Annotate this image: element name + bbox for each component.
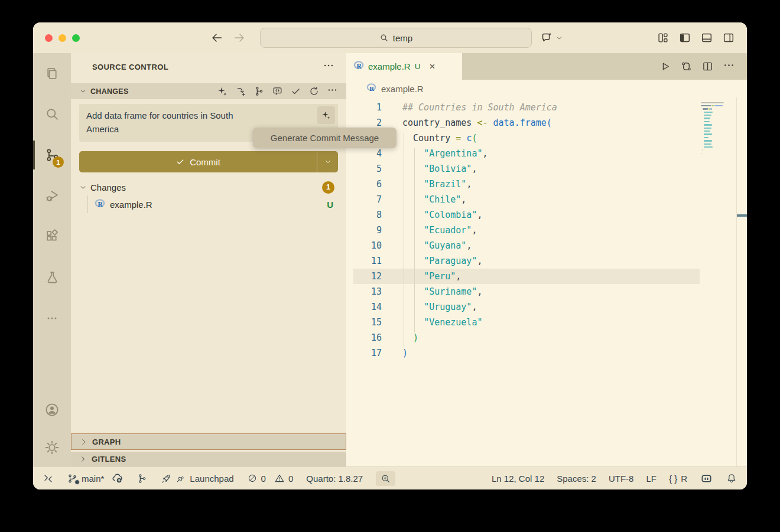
- changed-file-row[interactable]: R example.R U: [71, 195, 346, 213]
- code-line[interactable]: 8 "Colombia",: [346, 207, 747, 223]
- code-line[interactable]: 2country_names <- data.frame(: [346, 115, 747, 130]
- publish-cloud-icon: [111, 472, 124, 485]
- code-token: [402, 210, 424, 220]
- zoom-status[interactable]: [376, 471, 395, 486]
- code-line[interactable]: 15 "Venezuela": [346, 315, 747, 330]
- close-window-button[interactable]: [45, 34, 53, 42]
- stash-plus-icon[interactable]: [235, 86, 246, 97]
- tab-example-r[interactable]: R example.R U ×: [346, 53, 462, 80]
- code-line[interactable]: 16 ): [346, 330, 747, 345]
- commit-graph-icon[interactable]: [254, 86, 265, 97]
- toggle-panel-icon[interactable]: [700, 31, 713, 44]
- breadcrumb-file: example.R: [381, 84, 424, 94]
- changes-count-badge: 1: [322, 181, 334, 194]
- code-line[interactable]: 4 "Argentina",: [346, 146, 747, 161]
- explorer-icon[interactable]: [33, 53, 71, 94]
- notifications-bell-icon[interactable]: [726, 472, 737, 484]
- customize-layout-icon[interactable]: [656, 31, 670, 44]
- graph-status[interactable]: [136, 473, 148, 484]
- code-editor[interactable]: 1## Countries in South America2country_n…: [346, 97, 747, 466]
- code-token: [402, 332, 413, 343]
- code-line[interactable]: 1## Countries in South America: [346, 100, 747, 115]
- line-number: 5: [346, 161, 382, 177]
- code-token: "Guyana": [424, 240, 466, 251]
- svg-text:R: R: [98, 201, 103, 208]
- code-token: [402, 256, 424, 266]
- gitlens-panel-header[interactable]: GITLENS: [71, 452, 346, 466]
- code-token: country_names: [402, 118, 472, 128]
- breadcrumb[interactable]: R example.R: [346, 80, 747, 97]
- minimap[interactable]: [701, 101, 734, 155]
- code-line[interactable]: 13 "Suriname",: [346, 284, 747, 299]
- settings-gear-icon[interactable]: [33, 429, 71, 466]
- svg-text:R: R: [369, 85, 374, 92]
- graph-panel-header[interactable]: GRAPH: [71, 433, 346, 450]
- code-token: "Ecuador": [424, 225, 472, 236]
- zoom-window-button[interactable]: [72, 34, 80, 42]
- changes-tree-header[interactable]: Changes 1: [71, 179, 346, 195]
- code-line[interactable]: 11 "Paraguay",: [346, 253, 747, 269]
- problems-status[interactable]: 0 0: [247, 473, 294, 484]
- code-line[interactable]: 7 "Chile",: [346, 192, 747, 207]
- more-views-icon[interactable]: [33, 298, 71, 338]
- git-status-letter: U: [327, 200, 333, 210]
- chat-icon[interactable]: [540, 31, 553, 44]
- compare-changes-icon[interactable]: [680, 60, 693, 73]
- commit-dropdown-button[interactable]: [317, 151, 338, 172]
- forward-icon[interactable]: [233, 31, 246, 44]
- code-line[interactable]: 3 Country = c(: [346, 130, 747, 146]
- toggle-primary-sidebar-icon[interactable]: [678, 31, 691, 44]
- run-file-icon[interactable]: [659, 60, 671, 73]
- overview-ruler[interactable]: [736, 97, 747, 466]
- quarto-status[interactable]: Quarto: 1.8.27: [306, 474, 363, 484]
- code-line[interactable]: 6 "Brazil",: [346, 177, 747, 192]
- line-number: 1: [346, 100, 382, 115]
- code-line[interactable]: 17): [346, 345, 747, 361]
- toggle-secondary-sidebar-icon[interactable]: [722, 31, 735, 44]
- remote-indicator[interactable]: [43, 473, 54, 484]
- extensions-icon[interactable]: [33, 216, 71, 257]
- svg-text:R: R: [356, 63, 362, 70]
- refresh-icon[interactable]: [308, 86, 320, 97]
- branch-status[interactable]: main*: [67, 472, 124, 485]
- testing-icon[interactable]: [33, 257, 71, 298]
- encoding-status[interactable]: UTF-8: [609, 474, 634, 484]
- code-line[interactable]: 5 "Bolivia",: [346, 161, 747, 177]
- tooltip: Generate Commit Message: [253, 128, 396, 148]
- sidebar-more-actions-icon[interactable]: [323, 60, 334, 74]
- account-icon[interactable]: [33, 391, 71, 429]
- commit-comment-icon[interactable]: [272, 86, 283, 97]
- commit-check-icon[interactable]: [290, 86, 301, 97]
- split-editor-icon[interactable]: [701, 60, 714, 73]
- code-token: "Argentina": [424, 148, 482, 159]
- source-control-badge: 1: [53, 156, 64, 168]
- launchpad-status[interactable]: Launchpad: [161, 473, 233, 484]
- editor-more-icon[interactable]: [723, 59, 735, 74]
- language-mode[interactable]: { } R: [669, 474, 687, 484]
- code-token: "Peru": [424, 271, 456, 282]
- line-number: 7: [346, 192, 382, 207]
- code-line[interactable]: 9 "Ecuador",: [346, 223, 747, 238]
- search-view-icon[interactable]: [33, 94, 71, 135]
- eol-status[interactable]: LF: [646, 474, 656, 484]
- indentation-status[interactable]: Spaces: 2: [557, 474, 596, 484]
- code-line[interactable]: 14 "Uruguay",: [346, 299, 747, 315]
- command-center-search[interactable]: temp: [260, 28, 532, 48]
- cursor-position[interactable]: Ln 12, Col 12: [492, 474, 544, 484]
- minimize-window-button[interactable]: [58, 34, 66, 42]
- back-icon[interactable]: [210, 31, 223, 44]
- generate-commit-sparkle-icon[interactable]: [217, 86, 228, 97]
- copilot-icon[interactable]: [700, 472, 713, 485]
- chevron-down-icon[interactable]: [555, 34, 563, 42]
- commit-button[interactable]: Commit: [79, 151, 338, 172]
- section-more-icon[interactable]: [327, 84, 338, 98]
- code-line[interactable]: 12 "Peru",: [346, 269, 747, 284]
- code-line[interactable]: 10 "Guyana",: [346, 238, 747, 253]
- run-debug-icon[interactable]: [33, 175, 71, 216]
- code-token: ,: [456, 271, 461, 282]
- source-control-icon[interactable]: 1: [33, 135, 71, 175]
- generate-commit-message-button[interactable]: [317, 106, 335, 124]
- line-number: 14: [346, 299, 382, 315]
- changes-section-header[interactable]: CHANGES: [71, 83, 346, 99]
- close-tab-icon[interactable]: ×: [429, 61, 435, 71]
